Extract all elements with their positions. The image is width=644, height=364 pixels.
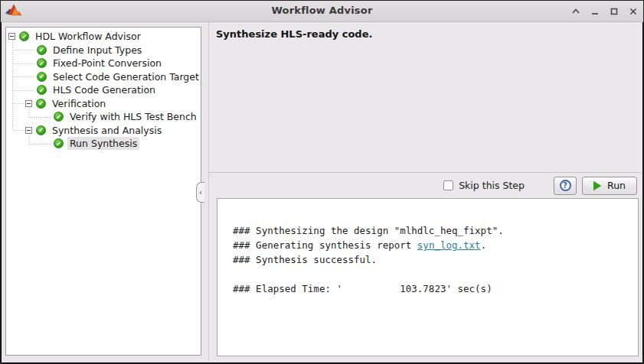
tree-item-verification[interactable]: ✔ Verification — [6, 97, 201, 111]
tick-glyph: ✔ — [39, 47, 44, 54]
help-button[interactable]: ? — [554, 177, 577, 195]
tick-glyph: ✔ — [56, 140, 61, 147]
tick-glyph: ✔ — [39, 60, 44, 67]
tree-item-label: Verify with HLS Test Bench — [67, 110, 199, 123]
tree-item-define-input-types[interactable]: ✔ Define Input Types — [6, 44, 201, 57]
step-heading: Synthesize HLS-ready code. — [209, 22, 641, 46]
question-icon: ? — [560, 180, 571, 191]
panel-collapse-handle[interactable]: ‹ — [196, 182, 204, 203]
tree-item-hdl-workflow-advisor[interactable]: ✔ HDL Workflow Advisor — [6, 30, 201, 44]
log-line: ### Elapsed Time: ' 103.7823' sec(s) — [233, 281, 638, 296]
workflow-tree-panel: ✔ HDL Workflow Advisor ✔ Define Input Ty… — [5, 27, 201, 356]
tree-item-label: Verification — [50, 97, 108, 110]
tree-item-label: HLS Code Generation — [51, 83, 158, 96]
check-passed-icon: ✔ — [19, 31, 29, 41]
skip-step-checkbox[interactable] — [443, 180, 453, 190]
run-button[interactable]: Run — [582, 177, 637, 195]
tree-item-fixed-point-conversion[interactable]: ✔ Fixed-Point Conversion — [6, 57, 201, 70]
title-bar[interactable]: Workflow Advisor — [1, 1, 643, 22]
tree-item-hls-code-generation[interactable]: ✔ HLS Code Generation — [6, 83, 201, 97]
tree-item-label: Define Input Types — [51, 44, 144, 57]
log-line: ### Generating synthesis report syn_log.… — [233, 238, 638, 252]
collapse-expander-icon[interactable] — [8, 33, 15, 40]
collapse-expander-icon[interactable] — [25, 100, 32, 107]
tree-item-label: Fixed-Point Conversion — [51, 57, 164, 70]
check-passed-icon: ✔ — [37, 72, 47, 82]
tree-item-label: Run Synthesis — [67, 137, 139, 150]
tree-item-label: Select Code Generation Target — [51, 70, 201, 83]
check-passed-icon: ✔ — [37, 58, 47, 68]
log-line-suffix: . — [481, 239, 487, 251]
skip-step-label: Skip this Step — [459, 180, 525, 191]
collapse-expander-icon[interactable] — [25, 127, 32, 134]
step-toolbar: Skip this Step ? Run — [209, 173, 641, 198]
tree-item-verify-with-hls-test-bench[interactable]: ✔ Verify with HLS Test Bench — [6, 110, 201, 124]
check-passed-icon: ✔ — [36, 99, 46, 109]
log-line-blank — [233, 267, 638, 281]
log-content: ### Synthesizing the design "mlhdlc_heq_… — [217, 199, 638, 296]
syn-log-link[interactable]: syn_log.txt — [417, 239, 481, 251]
tree-item-label: Synthesis and Analysis — [50, 124, 164, 137]
tree-item-synthesis-and-analysis[interactable]: ✔ Synthesis and Analysis — [6, 124, 201, 138]
check-passed-icon: ✔ — [54, 112, 64, 122]
run-button-label: Run — [607, 180, 626, 191]
play-icon — [593, 181, 601, 190]
tick-glyph: ✔ — [38, 100, 44, 107]
window-title: Workflow Advisor — [1, 5, 643, 16]
window-controls — [570, 1, 638, 21]
chevron-left-icon: ‹ — [199, 188, 202, 197]
tick-glyph: ✔ — [38, 127, 44, 134]
collapse-window-icon[interactable] — [570, 6, 580, 16]
check-passed-icon: ✔ — [36, 125, 46, 135]
check-passed-icon: ✔ — [37, 85, 47, 95]
tree-item-label: HDL Workflow Advisor — [33, 30, 143, 43]
log-line: ### Synthesizing the design "mlhdlc_heq_… — [233, 223, 638, 238]
workflow-advisor-window: Workflow Advisor — [0, 0, 644, 364]
log-line-prefix: ### Generating synthesis report — [233, 239, 417, 251]
close-icon[interactable] — [628, 6, 638, 16]
maximize-icon[interactable] — [609, 6, 619, 16]
synthesis-log-area[interactable]: ### Synthesizing the design "mlhdlc_heq_… — [217, 198, 639, 356]
tree-item-run-synthesis[interactable]: ✔ Run Synthesis — [6, 137, 201, 151]
tick-glyph: ✔ — [39, 73, 44, 80]
check-passed-icon: ✔ — [54, 138, 64, 148]
tick-glyph: ✔ — [21, 33, 27, 40]
minimize-icon[interactable] — [590, 6, 600, 16]
log-line: ### Synthesis successful. — [233, 252, 638, 267]
step-detail-panel: Synthesize HLS-ready code. Skip this Ste… — [208, 22, 641, 361]
check-passed-icon: ✔ — [37, 45, 47, 55]
tree-item-select-code-generation-target[interactable]: ✔ Select Code Generation Target — [6, 70, 201, 84]
tick-glyph: ✔ — [56, 113, 61, 120]
tick-glyph: ✔ — [39, 86, 44, 93]
